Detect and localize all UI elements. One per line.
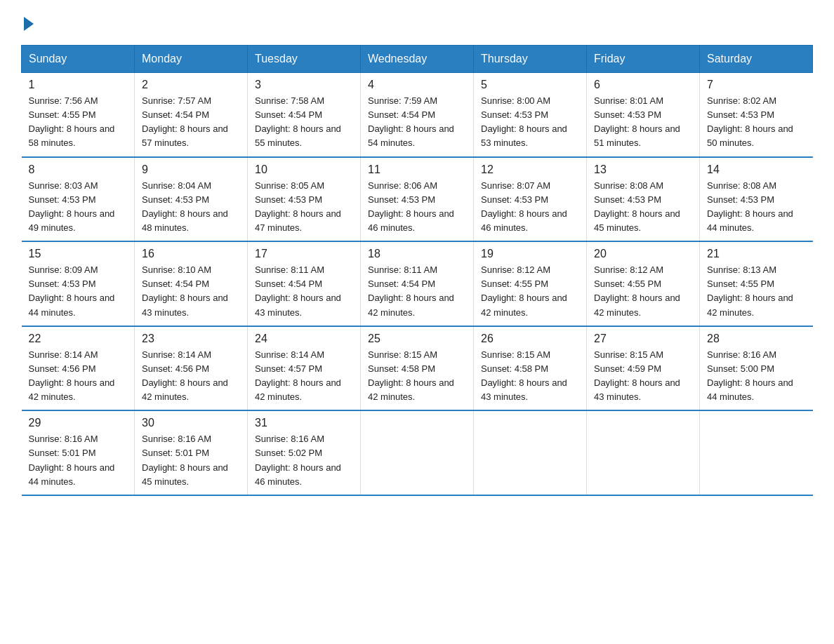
day-number: 2 [142, 79, 240, 91]
day-of-week-header: Sunday [22, 46, 135, 73]
calendar-table: SundayMondayTuesdayWednesdayThursdayFrid… [21, 45, 813, 496]
day-number: 19 [481, 248, 579, 260]
calendar-day-cell: 9 Sunrise: 8:04 AM Sunset: 4:53 PM Dayli… [135, 157, 248, 242]
calendar-day-cell: 15 Sunrise: 8:09 AM Sunset: 4:53 PM Dayl… [22, 241, 135, 326]
day-number: 17 [255, 248, 353, 260]
calendar-day-cell [474, 410, 587, 495]
day-info: Sunrise: 8:03 AM Sunset: 4:53 PM Dayligh… [29, 179, 128, 236]
day-number: 28 [707, 333, 806, 345]
day-info: Sunrise: 8:16 AM Sunset: 5:01 PM Dayligh… [29, 432, 128, 489]
day-number: 26 [481, 333, 579, 345]
day-of-week-header: Wednesday [361, 46, 474, 73]
day-info: Sunrise: 8:06 AM Sunset: 4:53 PM Dayligh… [368, 179, 466, 236]
day-info: Sunrise: 8:10 AM Sunset: 4:54 PM Dayligh… [142, 263, 240, 320]
calendar-week-row: 29 Sunrise: 8:16 AM Sunset: 5:01 PM Dayl… [22, 410, 813, 495]
calendar-day-cell: 5 Sunrise: 8:00 AM Sunset: 4:53 PM Dayli… [474, 73, 587, 157]
day-info: Sunrise: 8:15 AM Sunset: 4:58 PM Dayligh… [481, 348, 579, 405]
day-number: 22 [29, 333, 128, 345]
day-info: Sunrise: 8:16 AM Sunset: 5:01 PM Dayligh… [142, 432, 240, 489]
calendar-day-cell: 3 Sunrise: 7:58 AM Sunset: 4:54 PM Dayli… [248, 73, 361, 157]
day-info: Sunrise: 7:56 AM Sunset: 4:55 PM Dayligh… [29, 94, 128, 151]
calendar-week-row: 15 Sunrise: 8:09 AM Sunset: 4:53 PM Dayl… [22, 241, 813, 326]
calendar-day-cell: 2 Sunrise: 7:57 AM Sunset: 4:54 PM Dayli… [135, 73, 248, 157]
day-number: 15 [29, 248, 128, 260]
calendar-day-cell: 4 Sunrise: 7:59 AM Sunset: 4:54 PM Dayli… [361, 73, 474, 157]
day-info: Sunrise: 8:07 AM Sunset: 4:53 PM Dayligh… [481, 179, 579, 236]
day-number: 24 [255, 333, 353, 345]
day-number: 11 [368, 163, 466, 176]
day-info: Sunrise: 8:01 AM Sunset: 4:53 PM Dayligh… [594, 94, 692, 151]
calendar-header-row: SundayMondayTuesdayWednesdayThursdayFrid… [22, 46, 813, 73]
day-info: Sunrise: 8:15 AM Sunset: 4:59 PM Dayligh… [594, 348, 692, 405]
calendar-day-cell: 18 Sunrise: 8:11 AM Sunset: 4:54 PM Dayl… [361, 241, 474, 326]
logo [21, 14, 34, 31]
day-info: Sunrise: 8:11 AM Sunset: 4:54 PM Dayligh… [368, 263, 466, 320]
calendar-day-cell: 1 Sunrise: 7:56 AM Sunset: 4:55 PM Dayli… [22, 73, 135, 157]
day-info: Sunrise: 8:15 AM Sunset: 4:58 PM Dayligh… [368, 348, 466, 405]
calendar-day-cell: 29 Sunrise: 8:16 AM Sunset: 5:01 PM Dayl… [22, 410, 135, 495]
calendar-day-cell: 13 Sunrise: 8:08 AM Sunset: 4:53 PM Dayl… [587, 157, 700, 242]
day-info: Sunrise: 8:08 AM Sunset: 4:53 PM Dayligh… [707, 179, 806, 236]
day-of-week-header: Thursday [474, 46, 587, 73]
day-info: Sunrise: 8:12 AM Sunset: 4:55 PM Dayligh… [481, 263, 579, 320]
day-number: 23 [142, 333, 240, 345]
calendar-day-cell: 26 Sunrise: 8:15 AM Sunset: 4:58 PM Dayl… [474, 326, 587, 411]
calendar-day-cell: 11 Sunrise: 8:06 AM Sunset: 4:53 PM Dayl… [361, 157, 474, 242]
calendar-day-cell: 17 Sunrise: 8:11 AM Sunset: 4:54 PM Dayl… [248, 241, 361, 326]
calendar-day-cell: 16 Sunrise: 8:10 AM Sunset: 4:54 PM Dayl… [135, 241, 248, 326]
day-info: Sunrise: 8:14 AM Sunset: 4:56 PM Dayligh… [142, 348, 240, 405]
calendar-day-cell: 19 Sunrise: 8:12 AM Sunset: 4:55 PM Dayl… [474, 241, 587, 326]
calendar-day-cell: 30 Sunrise: 8:16 AM Sunset: 5:01 PM Dayl… [135, 410, 248, 495]
day-number: 10 [255, 163, 353, 176]
calendar-day-cell: 20 Sunrise: 8:12 AM Sunset: 4:55 PM Dayl… [587, 241, 700, 326]
day-info: Sunrise: 8:11 AM Sunset: 4:54 PM Dayligh… [255, 263, 353, 320]
calendar-day-cell [587, 410, 700, 495]
calendar-day-cell: 24 Sunrise: 8:14 AM Sunset: 4:57 PM Dayl… [248, 326, 361, 411]
day-number: 6 [594, 79, 692, 91]
calendar-day-cell: 28 Sunrise: 8:16 AM Sunset: 5:00 PM Dayl… [700, 326, 813, 411]
calendar-day-cell: 10 Sunrise: 8:05 AM Sunset: 4:53 PM Dayl… [248, 157, 361, 242]
calendar-day-cell: 14 Sunrise: 8:08 AM Sunset: 4:53 PM Dayl… [700, 157, 813, 242]
day-number: 1 [29, 79, 128, 91]
day-info: Sunrise: 8:14 AM Sunset: 4:56 PM Dayligh… [29, 348, 128, 405]
calendar-day-cell: 27 Sunrise: 8:15 AM Sunset: 4:59 PM Dayl… [587, 326, 700, 411]
calendar-day-cell: 22 Sunrise: 8:14 AM Sunset: 4:56 PM Dayl… [22, 326, 135, 411]
day-number: 21 [707, 248, 806, 260]
day-number: 13 [594, 163, 692, 176]
day-info: Sunrise: 8:05 AM Sunset: 4:53 PM Dayligh… [255, 179, 353, 236]
day-info: Sunrise: 8:04 AM Sunset: 4:53 PM Dayligh… [142, 179, 240, 236]
calendar-week-row: 1 Sunrise: 7:56 AM Sunset: 4:55 PM Dayli… [22, 73, 813, 157]
day-number: 31 [255, 417, 353, 429]
day-info: Sunrise: 7:57 AM Sunset: 4:54 PM Dayligh… [142, 94, 240, 151]
calendar-day-cell [700, 410, 813, 495]
day-info: Sunrise: 8:00 AM Sunset: 4:53 PM Dayligh… [481, 94, 579, 151]
day-number: 20 [594, 248, 692, 260]
day-of-week-header: Saturday [700, 46, 813, 73]
day-of-week-header: Monday [135, 46, 248, 73]
calendar-day-cell: 25 Sunrise: 8:15 AM Sunset: 4:58 PM Dayl… [361, 326, 474, 411]
calendar-day-cell: 23 Sunrise: 8:14 AM Sunset: 4:56 PM Dayl… [135, 326, 248, 411]
day-number: 16 [142, 248, 240, 260]
day-of-week-header: Tuesday [248, 46, 361, 73]
calendar-day-cell [361, 410, 474, 495]
day-info: Sunrise: 8:12 AM Sunset: 4:55 PM Dayligh… [594, 263, 692, 320]
day-number: 30 [142, 417, 240, 429]
day-number: 27 [594, 333, 692, 345]
day-number: 9 [142, 163, 240, 176]
day-number: 18 [368, 248, 466, 260]
day-of-week-header: Friday [587, 46, 700, 73]
calendar-day-cell: 21 Sunrise: 8:13 AM Sunset: 4:55 PM Dayl… [700, 241, 813, 326]
day-info: Sunrise: 8:16 AM Sunset: 5:00 PM Dayligh… [707, 348, 806, 405]
day-info: Sunrise: 7:59 AM Sunset: 4:54 PM Dayligh… [368, 94, 466, 151]
day-number: 25 [368, 333, 466, 345]
day-info: Sunrise: 7:58 AM Sunset: 4:54 PM Dayligh… [255, 94, 353, 151]
calendar-day-cell: 31 Sunrise: 8:16 AM Sunset: 5:02 PM Dayl… [248, 410, 361, 495]
calendar-day-cell: 8 Sunrise: 8:03 AM Sunset: 4:53 PM Dayli… [22, 157, 135, 242]
calendar-day-cell: 7 Sunrise: 8:02 AM Sunset: 4:53 PM Dayli… [700, 73, 813, 157]
day-info: Sunrise: 8:13 AM Sunset: 4:55 PM Dayligh… [707, 263, 806, 320]
calendar-week-row: 22 Sunrise: 8:14 AM Sunset: 4:56 PM Dayl… [22, 326, 813, 411]
day-info: Sunrise: 8:14 AM Sunset: 4:57 PM Dayligh… [255, 348, 353, 405]
calendar-day-cell: 6 Sunrise: 8:01 AM Sunset: 4:53 PM Dayli… [587, 73, 700, 157]
day-info: Sunrise: 8:16 AM Sunset: 5:02 PM Dayligh… [255, 432, 353, 489]
day-info: Sunrise: 8:09 AM Sunset: 4:53 PM Dayligh… [29, 263, 128, 320]
